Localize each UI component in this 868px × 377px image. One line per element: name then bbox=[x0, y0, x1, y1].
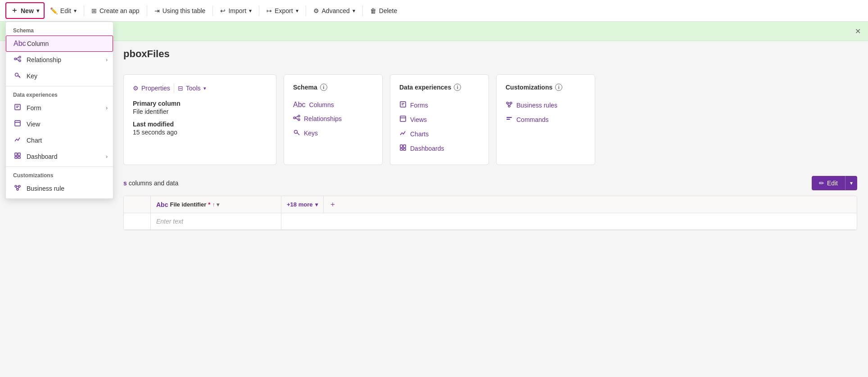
export-label: Export bbox=[275, 7, 293, 14]
relationships-label: Relationships bbox=[304, 115, 342, 122]
export-icon: ↦ bbox=[267, 7, 272, 14]
properties-card: ⚙ Properties ⊟ Tools ▾ Primary column Fi… bbox=[123, 74, 276, 165]
tools-button[interactable]: ⊟ Tools ▾ bbox=[178, 85, 206, 92]
edit-icon: ✏️ bbox=[50, 7, 58, 14]
banner-close-button[interactable]: ✕ bbox=[855, 27, 861, 36]
properties-button[interactable]: ⚙ Properties bbox=[133, 85, 170, 92]
menu-item-chart[interactable]: Chart bbox=[6, 132, 113, 148]
separator-1 bbox=[84, 5, 84, 16]
menu-item-form[interactable]: Form › bbox=[6, 100, 113, 116]
delete-label: Delete bbox=[379, 7, 397, 14]
dashboards-link[interactable]: Dashboards bbox=[399, 141, 479, 156]
menu-item-key[interactable]: Key bbox=[6, 68, 113, 84]
import-button[interactable]: ↩ Import ▾ bbox=[216, 4, 256, 17]
data-experiences-section-label: Data experiences bbox=[6, 88, 113, 100]
charts-link[interactable]: Charts bbox=[399, 127, 479, 141]
advanced-icon: ⚙ bbox=[313, 7, 319, 14]
data-exp-info-icon: i bbox=[454, 84, 461, 91]
svg-rect-35 bbox=[400, 145, 402, 148]
columns-link[interactable]: Abc Columns bbox=[293, 98, 373, 112]
svg-point-19 bbox=[17, 188, 18, 190]
export-button[interactable]: ↦ Export ▾ bbox=[262, 4, 303, 17]
svg-line-21 bbox=[16, 187, 17, 188]
create-app-button[interactable]: ⊞ Create an app bbox=[87, 4, 144, 17]
customizations-info-icon: i bbox=[555, 84, 562, 91]
dashboards-icon bbox=[399, 144, 407, 153]
menu-item-dashboard[interactable]: Dashboard › bbox=[6, 148, 113, 165]
svg-rect-13 bbox=[15, 153, 17, 156]
last-modified-value: 15 seconds ago bbox=[133, 129, 267, 136]
menu-item-business-rule[interactable]: Business rule bbox=[6, 180, 113, 197]
tools-icon: ⊟ bbox=[178, 85, 183, 92]
forms-link[interactable]: Forms bbox=[399, 98, 479, 112]
enter-text-placeholder: Enter text bbox=[156, 218, 183, 225]
tools-label: Tools bbox=[186, 85, 201, 92]
svg-line-26 bbox=[295, 117, 298, 117]
commands-link[interactable]: Commands bbox=[506, 112, 586, 127]
schema-section-label: Schema bbox=[6, 24, 113, 36]
separator-6 bbox=[362, 5, 363, 16]
new-button[interactable]: ＋ New ▾ bbox=[5, 2, 45, 19]
new-dropdown-menu: Schema Abc Column Relationship › Key bbox=[5, 22, 113, 199]
chevron-down-icon: ▾ bbox=[36, 8, 39, 14]
using-this-table-button[interactable]: ⇥ Using this table bbox=[150, 4, 210, 17]
more-columns-chevron-icon: ▾ bbox=[315, 202, 318, 208]
separator-2 bbox=[147, 5, 147, 16]
svg-point-28 bbox=[294, 130, 298, 134]
col-dropdown-icon[interactable]: ▾ bbox=[217, 202, 219, 208]
customizations-card-title: Customizations i bbox=[506, 84, 586, 91]
table-edit-chevron-button[interactable]: ▾ bbox=[845, 176, 857, 190]
svg-line-29 bbox=[297, 133, 299, 135]
file-identifier-col-label: File identifier bbox=[170, 201, 206, 208]
svg-point-25 bbox=[298, 119, 300, 121]
charts-label: Charts bbox=[410, 130, 429, 138]
keys-link[interactable]: Keys bbox=[293, 126, 373, 140]
create-app-label: Create an app bbox=[99, 7, 140, 14]
column-label: Column bbox=[27, 40, 49, 47]
keys-label: Keys bbox=[304, 130, 318, 137]
customizations-section-label: Customizations bbox=[6, 169, 113, 180]
table-subtitle: s columns and data bbox=[123, 180, 178, 187]
svg-point-41 bbox=[508, 105, 510, 107]
svg-line-22 bbox=[18, 187, 19, 188]
enter-text-cell[interactable]: Enter text bbox=[151, 213, 281, 229]
add-column-button[interactable]: ＋ bbox=[324, 196, 342, 213]
primary-column-label: Primary column bbox=[133, 100, 267, 107]
edit-chevron-icon: ▾ bbox=[74, 8, 77, 14]
table-row: Enter text bbox=[124, 213, 857, 230]
commands-label: Commands bbox=[516, 116, 549, 123]
views-link[interactable]: Views bbox=[399, 112, 479, 127]
view-icon bbox=[13, 120, 22, 129]
schema-info-icon: i bbox=[320, 84, 327, 91]
menu-item-view[interactable]: View bbox=[6, 116, 113, 132]
svg-point-18 bbox=[18, 185, 20, 187]
edit-button[interactable]: ✏️ Edit ▾ bbox=[45, 4, 81, 17]
advanced-button[interactable]: ⚙ Advanced ▾ bbox=[309, 4, 360, 17]
delete-button[interactable]: 🗑 Delete bbox=[366, 4, 402, 17]
svg-point-40 bbox=[510, 102, 512, 104]
last-modified-label: Last modified bbox=[133, 121, 267, 128]
business-rules-link[interactable]: Business rules bbox=[506, 98, 586, 112]
svg-rect-8 bbox=[15, 104, 20, 110]
separator-3 bbox=[212, 5, 213, 16]
divider-2 bbox=[6, 166, 113, 167]
data-experiences-card-title: Data experiences i bbox=[399, 84, 479, 91]
separator-5 bbox=[306, 5, 306, 16]
columns-icon: Abc bbox=[293, 101, 306, 109]
file-identifier-header[interactable]: Abc File identifier * ↑ ▾ bbox=[151, 196, 281, 213]
toolbar: ＋ New ▾ ✏️ Edit ▾ ⊞ Create an app ⇥ Usin… bbox=[0, 0, 868, 22]
form-chevron-icon: › bbox=[106, 105, 108, 111]
table-edit-button[interactable]: ✏ Edit bbox=[812, 176, 845, 190]
edit-button-group: ✏ Edit ▾ bbox=[812, 176, 857, 190]
menu-item-relationship[interactable]: Relationship › bbox=[6, 52, 113, 68]
menu-item-column[interactable]: Abc Column bbox=[6, 36, 113, 52]
more-columns-button[interactable]: +18 more ▾ bbox=[281, 196, 324, 213]
delete-icon: 🗑 bbox=[370, 7, 376, 14]
schema-card-title: Schema i bbox=[293, 84, 373, 91]
relationships-link[interactable]: Relationships bbox=[293, 112, 373, 126]
properties-label: Properties bbox=[141, 85, 170, 92]
relationship-icon bbox=[13, 55, 22, 64]
columns-label: Columns bbox=[309, 101, 334, 108]
file-identifier-col-icon: Abc bbox=[156, 201, 168, 208]
relationship-label: Relationship bbox=[27, 56, 61, 63]
